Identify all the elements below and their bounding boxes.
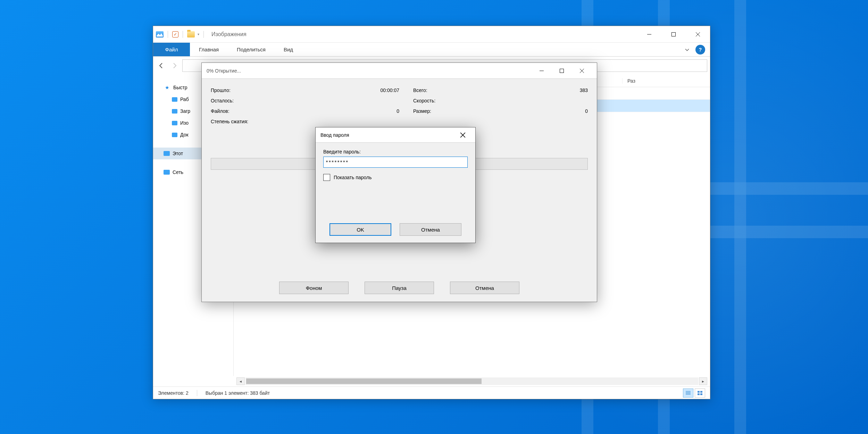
star-icon: ★ <box>164 84 170 91</box>
progress-title: 0% Открытие... <box>207 68 241 74</box>
maximize-button[interactable] <box>552 63 572 79</box>
show-password-checkbox[interactable] <box>323 174 330 181</box>
folder-small-icon <box>172 97 177 102</box>
elapsed-value: 00:00:07 <box>381 87 400 93</box>
tab-view[interactable]: Вид <box>275 43 302 56</box>
sidebar-label: Этот <box>173 151 183 156</box>
folder-small-icon <box>172 109 177 114</box>
size-value: 0 <box>585 108 588 114</box>
ok-button[interactable]: OK <box>329 223 391 236</box>
network-icon <box>164 170 170 175</box>
password-input[interactable] <box>323 157 468 168</box>
svg-rect-10 <box>698 393 700 395</box>
svg-rect-1 <box>672 32 676 36</box>
files-value: 0 <box>397 108 399 114</box>
horizontal-scrollbar[interactable]: ◄ ► <box>153 376 710 386</box>
app-icon <box>156 31 164 37</box>
qat-dropdown-icon[interactable]: ▾ <box>198 32 199 36</box>
minimize-button[interactable] <box>532 63 552 79</box>
titlebar: ✓ ▾ Изображения <box>153 26 710 43</box>
forward-button[interactable] <box>169 60 180 71</box>
window-title: Изображения <box>208 31 247 37</box>
total-label: Всего: <box>413 87 427 93</box>
show-password-label: Показать пароль <box>334 175 372 180</box>
file-menu[interactable]: Файл <box>153 43 190 56</box>
size-label: Размер: <box>413 108 431 114</box>
sidebar-label: Быстр <box>173 85 187 90</box>
tab-home[interactable]: Главная <box>190 43 228 56</box>
files-label: Файлов: <box>211 108 229 114</box>
status-count: Элементов: 2 <box>158 390 189 396</box>
minimize-button[interactable] <box>637 26 661 43</box>
svg-rect-11 <box>700 393 702 395</box>
maximize-button[interactable] <box>661 26 686 43</box>
back-button[interactable] <box>156 60 167 71</box>
cancel-button[interactable]: Отмена <box>450 282 519 294</box>
pause-button[interactable]: Пауза <box>365 282 434 294</box>
folder-small-icon <box>172 121 177 125</box>
background-button[interactable]: Фоном <box>279 282 349 294</box>
view-icons-button[interactable] <box>695 389 705 398</box>
close-button[interactable] <box>572 63 592 79</box>
cancel-button[interactable]: Отмена <box>400 223 461 236</box>
remaining-label: Осталось: <box>211 98 234 103</box>
scroll-right-icon[interactable]: ► <box>699 377 707 385</box>
sidebar-label: Изо <box>180 120 189 126</box>
password-titlebar: Ввод пароля <box>316 127 475 143</box>
svg-rect-8 <box>698 391 700 393</box>
help-button[interactable]: ? <box>695 45 705 55</box>
speed-label: Скорость: <box>413 98 435 103</box>
password-label: Введите пароль: <box>323 149 468 155</box>
sidebar-label: Док <box>180 132 189 137</box>
view-details-button[interactable] <box>683 389 693 398</box>
svg-rect-13 <box>560 69 564 73</box>
folder-small-icon <box>172 133 177 137</box>
password-title: Ввод пароля <box>320 132 349 138</box>
scroll-left-icon[interactable]: ◄ <box>236 377 245 385</box>
ratio-label: Степень сжатия: <box>211 119 248 124</box>
column-size[interactable]: Раз <box>623 78 710 84</box>
folder-icon <box>187 31 195 37</box>
tab-share[interactable]: Поделиться <box>228 43 275 56</box>
close-button[interactable] <box>686 26 710 43</box>
sidebar-label: Раб <box>180 97 189 102</box>
elapsed-label: Прошло: <box>211 87 231 93</box>
total-value: 383 <box>580 87 588 93</box>
progress-titlebar: 0% Открытие... <box>202 63 597 79</box>
pc-icon <box>164 151 170 156</box>
sidebar-label: Загр <box>180 108 190 114</box>
status-bar: Элементов: 2 Выбран 1 элемент: 383 байт <box>153 386 710 399</box>
ribbon-collapse-icon[interactable] <box>680 43 694 56</box>
status-selection: Выбран 1 элемент: 383 байт <box>206 390 270 396</box>
scroll-thumb[interactable] <box>246 378 482 384</box>
qat-checkbox-icon[interactable]: ✓ <box>172 31 178 37</box>
close-button[interactable] <box>455 127 470 143</box>
sidebar-label: Сеть <box>173 169 183 175</box>
ribbon: Файл Главная Поделиться Вид ? <box>153 43 710 57</box>
svg-rect-9 <box>700 391 702 393</box>
password-dialog: Ввод пароля Введите пароль: Показать пар… <box>315 127 476 243</box>
